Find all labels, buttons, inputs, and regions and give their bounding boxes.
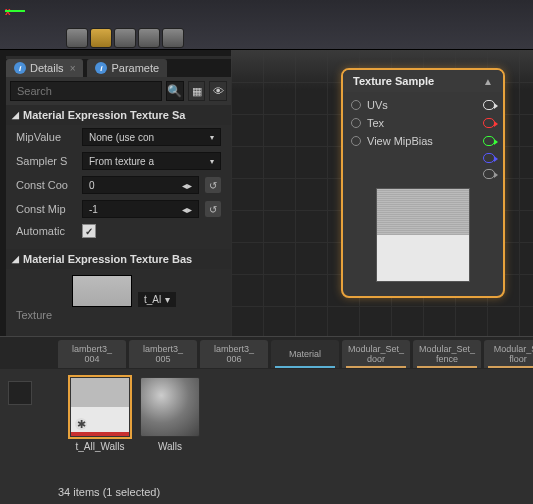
info-icon: i [14,62,26,74]
info-icon: i [95,62,107,74]
close-icon[interactable]: × [70,63,76,74]
browser-tab-lambert-004[interactable]: lambert3_004 [58,340,126,368]
reset-icon[interactable]: ↺ [205,177,221,193]
asset-modified-icon: ✱ [75,418,87,430]
search-input[interactable] [10,81,162,101]
pin-label: Tex [367,117,384,129]
pin-in-tex[interactable] [351,118,361,128]
chevron-down-icon: ◢ [12,254,19,264]
status-text: 34 items (1 selected) [58,486,160,498]
asset-texture-thumb[interactable]: ✱ [70,377,130,437]
node-texture-sample[interactable]: Texture Sample ▲ UVs Tex View MipBias [341,68,505,298]
shape-custom-icon[interactable] [162,28,184,48]
sampler-dropdown[interactable]: From texture a▾ [82,152,221,170]
asset-item[interactable]: Walls [138,377,202,452]
axis-gizmo: x [5,5,35,25]
pin-label: View MipBias [367,135,433,147]
prop-label-constcoord: Const Coo [16,179,76,191]
asset-item[interactable]: ✱ t_All_Walls [68,377,132,452]
prop-label-constmip: Const Mip [16,203,76,215]
content-browser: lambert3_004 lambert3_005 lambert3_006 M… [0,336,533,504]
eye-icon[interactable]: 👁 [209,81,227,101]
chevron-down-icon: ◢ [12,110,19,120]
shape-plane-icon[interactable] [114,28,136,48]
prop-label-mipvalue: MipValue [16,131,76,143]
browser-tab-strip[interactable]: lambert3_004 lambert3_005 lambert3_006 M… [0,337,533,369]
browser-tab-modular-door[interactable]: Modular_Set_door [342,340,410,368]
search-icon[interactable]: 🔍 [166,81,184,101]
viewport-3d[interactable]: x [0,0,533,50]
details-panel: i Details × i Paramete 🔍 ▦ 👁 ◢ Material … [6,56,231,336]
pin-out-rgb[interactable] [483,100,495,110]
browser-tab-material[interactable]: Material [271,340,339,368]
shape-toolbar [66,28,184,48]
filter-button[interactable] [8,381,32,405]
collapse-icon[interactable]: ▲ [483,76,493,87]
shape-sphere-icon[interactable] [90,28,112,48]
browser-tab-modular-floor[interactable]: Modular_Sefloor [484,340,533,368]
pin-in-uvs[interactable] [351,100,361,110]
asset-material-thumb[interactable] [140,377,200,437]
pin-out-r[interactable] [483,118,495,128]
browser-tab-modular-fence[interactable]: Modular_Set_fence [413,340,481,368]
tab-label: Details [30,62,64,74]
section-material-expression-sample[interactable]: ◢ Material Expression Texture Sa [6,105,231,125]
node-header[interactable]: Texture Sample ▲ [343,70,503,92]
tab-details[interactable]: i Details × [6,59,83,77]
pin-in-mipbias[interactable] [351,136,361,146]
mipvalue-dropdown[interactable]: None (use con▾ [82,128,221,146]
prop-label-texture: Texture [16,309,76,321]
asset-label: t_All_Walls [75,441,124,452]
tab-label: Paramete [111,62,159,74]
browser-tab-lambert-006[interactable]: lambert3_006 [200,340,268,368]
pin-out-b[interactable] [483,153,495,163]
texture-preview-thumb[interactable] [72,275,132,307]
reset-icon[interactable]: ↺ [205,201,221,217]
node-texture-preview [376,188,470,282]
automatic-checkbox[interactable]: ✓ [82,224,96,238]
constmip-input[interactable]: -1◂▸ [82,200,199,218]
tab-parameters[interactable]: i Paramete [87,59,167,77]
grid-view-icon[interactable]: ▦ [188,81,206,101]
constcoord-input[interactable]: 0◂▸ [82,176,199,194]
browser-tab-lambert-005[interactable]: lambert3_005 [129,340,197,368]
texture-dropdown[interactable]: t_Al▾ [138,292,176,307]
prop-label-sampler: Sampler S [16,155,76,167]
shape-cylinder-icon[interactable] [66,28,88,48]
shape-cube-icon[interactable] [138,28,160,48]
section-material-expression-base[interactable]: ◢ Material Expression Texture Bas [6,249,231,269]
pin-label: UVs [367,99,388,111]
asset-label: Walls [158,441,182,452]
pin-out-g[interactable] [483,136,495,146]
pin-out-a[interactable] [483,169,495,179]
prop-label-automatic: Automatic [16,225,76,237]
